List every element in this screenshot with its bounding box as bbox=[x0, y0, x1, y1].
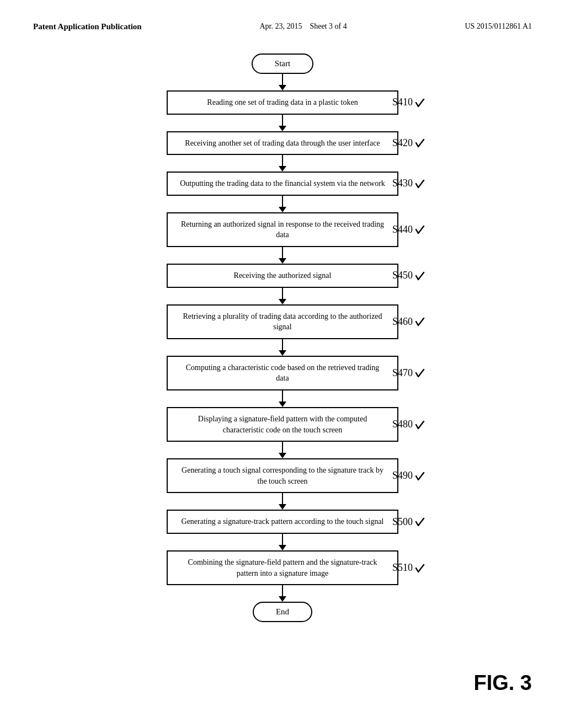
step-label-s430: S430 bbox=[392, 178, 426, 190]
step-check-s470 bbox=[414, 367, 426, 379]
step-id-s460: S460 bbox=[392, 316, 413, 328]
step-check-s430 bbox=[414, 178, 426, 190]
step-row-s430: Outputting the trading data to the finan… bbox=[139, 172, 426, 196]
header: Patent Application Publication Apr. 23, … bbox=[33, 22, 532, 31]
step-row-s410: Reading one set of trading data in a pla… bbox=[139, 90, 426, 115]
step-box-s490: Generating a touch signal corresponding … bbox=[167, 458, 398, 493]
step-label-s440: S440 bbox=[392, 223, 426, 235]
step-row-s470: Computing a characteristic code based on… bbox=[139, 356, 426, 390]
step-id-s420: S420 bbox=[392, 137, 413, 149]
step-box-s430: Outputting the trading data to the finan… bbox=[167, 172, 398, 196]
step-box-s410: Reading one set of trading data in a pla… bbox=[167, 90, 398, 115]
step-id-s470: S470 bbox=[392, 367, 413, 379]
header-date: Apr. 23, 2015 bbox=[259, 22, 302, 30]
step-text-s430: Outputting the trading data to the finan… bbox=[180, 179, 385, 188]
end-label: End bbox=[276, 607, 289, 616]
step-text-s460: Retrieving a plurality of trading data a… bbox=[183, 312, 382, 331]
step-row-s440: Returning an authorized signal in respon… bbox=[139, 212, 426, 247]
step-text-s450: Receiving the authorized signal bbox=[234, 271, 332, 280]
step-box-s510: Combining the signature-field pattern an… bbox=[167, 550, 398, 585]
header-right: US 2015/0112861 A1 bbox=[465, 22, 532, 31]
step-box-s460: Retrieving a plurality of trading data a… bbox=[167, 304, 398, 339]
arrow-10 bbox=[279, 534, 286, 550]
step-box-s500: Generating a signature-track pattern acc… bbox=[167, 510, 398, 534]
step-row-s450: Receiving the authorized signal S450 bbox=[139, 264, 426, 288]
step-text-s490: Generating a touch signal corresponding … bbox=[182, 466, 383, 485]
patent-number: US 2015/0112861 A1 bbox=[465, 22, 532, 30]
step-text-s410: Reading one set of trading data in a pla… bbox=[207, 98, 358, 106]
step-label-s450: S450 bbox=[392, 270, 426, 282]
step-row-s460: Retrieving a plurality of trading data a… bbox=[139, 304, 426, 339]
arrow-1 bbox=[279, 115, 286, 131]
arrow-2 bbox=[279, 155, 286, 172]
publication-label: Patent Application Publication bbox=[33, 22, 142, 31]
step-text-s500: Generating a signature-track pattern acc… bbox=[182, 517, 384, 526]
step-box-s420: Receiving another set of trading data th… bbox=[167, 131, 398, 156]
step-row-s420: Receiving another set of trading data th… bbox=[139, 131, 426, 156]
flowchart: Start Reading one set of trading data in… bbox=[33, 53, 532, 622]
arrow-8 bbox=[279, 442, 286, 458]
step-label-s470: S470 bbox=[392, 367, 426, 379]
start-oval: Start bbox=[252, 53, 313, 74]
step-label-s410: S410 bbox=[392, 97, 426, 109]
step-label-s480: S480 bbox=[392, 419, 426, 431]
step-label-s420: S420 bbox=[392, 137, 426, 149]
step-text-s480: Displaying a signature-field pattern wit… bbox=[198, 415, 367, 434]
step-label-s500: S500 bbox=[392, 516, 426, 528]
header-sheet: Sheet 3 of 4 bbox=[310, 22, 347, 30]
arrow-0 bbox=[279, 74, 286, 90]
step-id-s450: S450 bbox=[392, 270, 413, 281]
step-id-s410: S410 bbox=[392, 97, 413, 108]
step-label-s510: S510 bbox=[392, 562, 426, 574]
arrow-3 bbox=[279, 196, 286, 212]
step-check-s450 bbox=[414, 270, 426, 282]
step-row-s490: Generating a touch signal corresponding … bbox=[139, 458, 426, 493]
arrow-5 bbox=[279, 288, 286, 304]
step-check-s500 bbox=[414, 516, 426, 528]
page: Patent Application Publication Apr. 23, … bbox=[0, 0, 565, 728]
step-id-s480: S480 bbox=[392, 419, 413, 430]
step-row-s480: Displaying a signature-field pattern wit… bbox=[139, 407, 426, 442]
step-text-s510: Combining the signature-field pattern an… bbox=[188, 558, 377, 577]
arrow-11 bbox=[279, 585, 286, 602]
step-box-s470: Computing a characteristic code based on… bbox=[167, 356, 398, 390]
step-check-s480 bbox=[414, 419, 426, 431]
arrow-9 bbox=[279, 493, 286, 510]
arrow-6 bbox=[279, 339, 286, 356]
header-center: Apr. 23, 2015 Sheet 3 of 4 bbox=[259, 22, 347, 31]
step-row-s510: Combining the signature-field pattern an… bbox=[139, 550, 426, 585]
step-box-s440: Returning an authorized signal in respon… bbox=[167, 212, 398, 247]
step-label-s490: S490 bbox=[392, 470, 426, 482]
fig-label: FIG. 3 bbox=[473, 671, 532, 695]
step-id-s490: S490 bbox=[392, 470, 413, 481]
step-box-s480: Displaying a signature-field pattern wit… bbox=[167, 407, 398, 442]
step-box-s450: Receiving the authorized signal bbox=[167, 264, 398, 288]
step-id-s510: S510 bbox=[392, 562, 413, 574]
arrow-4 bbox=[279, 247, 286, 264]
step-check-s440 bbox=[414, 223, 426, 235]
step-id-s440: S440 bbox=[392, 224, 413, 235]
step-row-s500: Generating a signature-track pattern acc… bbox=[139, 510, 426, 534]
step-check-s420 bbox=[414, 137, 426, 149]
header-left: Patent Application Publication bbox=[33, 22, 142, 31]
step-text-s470: Computing a characteristic code based on… bbox=[186, 363, 380, 383]
step-id-s430: S430 bbox=[392, 178, 413, 189]
step-check-s510 bbox=[414, 562, 426, 574]
step-check-s460 bbox=[414, 315, 426, 328]
step-text-s420: Receiving another set of trading data th… bbox=[185, 139, 380, 147]
end-oval: End bbox=[253, 602, 312, 622]
step-text-s440: Returning an authorized signal in respon… bbox=[181, 220, 384, 239]
step-id-s500: S500 bbox=[392, 516, 413, 528]
start-label: Start bbox=[275, 59, 290, 68]
step-label-s460: S460 bbox=[392, 315, 426, 328]
arrow-7 bbox=[279, 390, 286, 407]
step-check-s410 bbox=[414, 97, 426, 109]
step-check-s490 bbox=[414, 470, 426, 482]
